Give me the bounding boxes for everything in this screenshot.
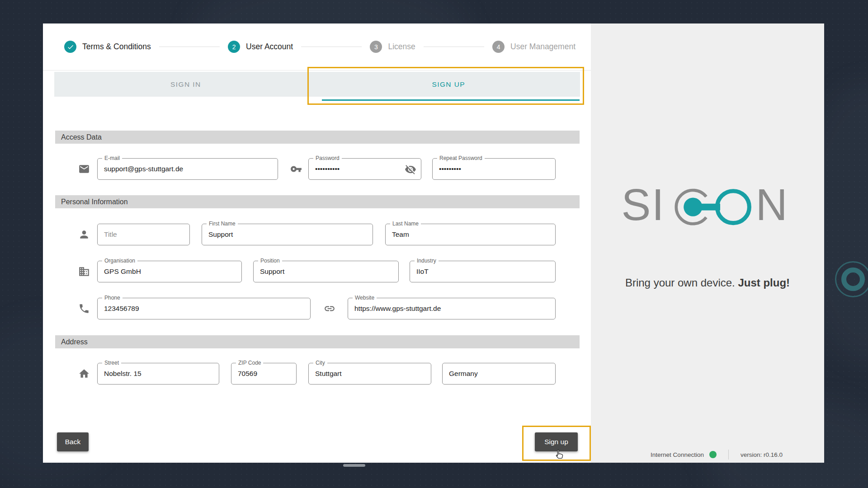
step-number-badge: 4	[492, 41, 505, 53]
status-divider	[728, 450, 729, 460]
link-icon	[324, 303, 335, 314]
street-field: Street	[97, 363, 219, 385]
stepper-connector	[159, 47, 220, 47]
repeat-password-field: Repeat Password	[432, 158, 556, 180]
field-label: ZIP Code	[236, 360, 263, 366]
step-number-badge: 3	[370, 41, 382, 53]
wizard-stepper: Terms & Conditions 2 User Account 3 Lice…	[43, 23, 591, 70]
field-label: Website	[353, 295, 377, 301]
logo-letter-o	[717, 191, 749, 223]
step-terms-conditions[interactable]: Terms & Conditions	[64, 41, 151, 53]
email-icon	[78, 163, 90, 175]
sicon-logo: SI N	[591, 184, 824, 229]
field-label: Last Name	[390, 221, 421, 227]
key-icon	[290, 163, 302, 175]
cursor-icon	[554, 449, 565, 461]
step-license[interactable]: 3 License	[370, 41, 415, 53]
stepper-connector	[424, 47, 484, 47]
tagline: Bring your own device. Just plug!	[591, 277, 824, 289]
section-header-access-data: Access Data	[55, 131, 580, 144]
step-number-badge: 2	[228, 41, 240, 53]
step-label: User Account	[246, 42, 293, 52]
step-user-account[interactable]: 2 User Account	[228, 41, 293, 53]
check-icon	[64, 41, 76, 53]
industry-field: Industry	[410, 261, 556, 282]
field-label: Phone	[102, 295, 123, 301]
tagline-regular: Bring your own device.	[625, 277, 735, 289]
email-input[interactable]	[98, 159, 278, 179]
first-name-field: First Name	[202, 224, 373, 245]
tagline-bold: Just plug!	[738, 277, 790, 289]
back-button[interactable]: Back	[57, 432, 89, 451]
step-label: User Management	[510, 42, 576, 52]
logo-text-right: N	[755, 184, 787, 229]
tab-sign-in[interactable]: SIGN IN	[54, 72, 317, 97]
step-label: License	[388, 42, 415, 52]
organisation-field: Organisation	[97, 261, 242, 282]
position-field: Position	[253, 261, 399, 282]
logo-text-left: SI	[621, 184, 665, 229]
password-field: Password	[308, 158, 421, 180]
title-field	[97, 224, 190, 245]
field-label: Organisation	[102, 258, 137, 264]
building-icon	[78, 266, 90, 277]
website-input[interactable]	[348, 298, 555, 319]
field-label: Repeat Password	[437, 155, 485, 162]
section-header-address: Address	[55, 335, 580, 348]
step-label: Terms & Conditions	[82, 42, 151, 52]
website-field: Website	[348, 298, 556, 319]
last-name-field: Last Name	[385, 224, 556, 245]
country-input[interactable]	[443, 363, 555, 384]
section-header-personal-information: Personal Information	[55, 195, 580, 208]
step-user-management[interactable]: 4 User Management	[492, 41, 576, 53]
email-field: E-mail	[97, 158, 278, 180]
phone-input[interactable]	[98, 298, 310, 319]
zip-code-field: ZIP Code	[231, 363, 297, 385]
person-icon	[78, 229, 90, 240]
title-input[interactable]	[98, 224, 189, 245]
field-label: E-mail	[102, 155, 122, 162]
home-icon	[78, 368, 90, 380]
connection-label: Internet Connection	[651, 451, 704, 458]
stepper-connector	[301, 47, 362, 47]
field-label: First Name	[207, 221, 238, 227]
status-bar: Internet Connection version: r0.16.0	[591, 446, 824, 463]
field-label: City	[313, 360, 327, 366]
version-label: version: r0.16.0	[741, 451, 783, 458]
country-field	[442, 363, 556, 385]
horizontal-scrollbar-thumb[interactable]	[343, 464, 365, 467]
highlight-box-sign-up-tab	[307, 67, 584, 105]
phone-field: Phone	[97, 298, 311, 319]
branding-panel: SI N Bring your own device. Just plug! I…	[591, 23, 824, 463]
field-label: Position	[258, 258, 282, 264]
visibility-off-icon[interactable]	[405, 164, 416, 175]
phone-icon	[78, 303, 90, 314]
city-field: City	[308, 363, 431, 385]
target-ring-decoration	[835, 261, 868, 297]
field-label: Industry	[415, 258, 439, 264]
connection-status-dot	[709, 451, 717, 458]
field-label: Password	[313, 155, 342, 162]
field-label: Street	[102, 360, 121, 366]
